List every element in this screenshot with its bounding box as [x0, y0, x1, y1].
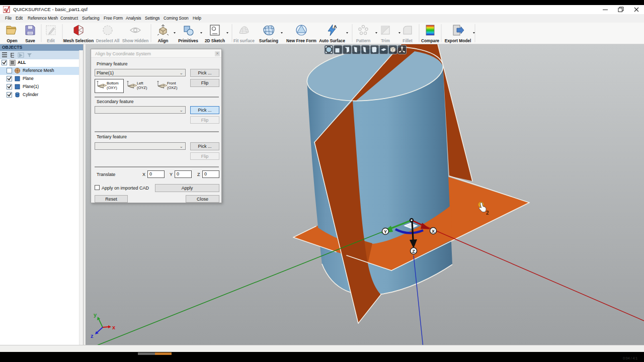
svg-text:X: X	[432, 229, 435, 234]
svg-text:q: q	[4, 7, 7, 12]
svg-text:y: y	[94, 312, 97, 318]
svg-text:x: x	[112, 324, 116, 330]
svg-text:Y: Y	[384, 229, 387, 234]
svg-text:A: A	[334, 24, 337, 29]
svg-text:2: 2	[486, 210, 489, 216]
svg-text:Z: Z	[412, 249, 415, 254]
svg-text:z: z	[91, 333, 94, 339]
